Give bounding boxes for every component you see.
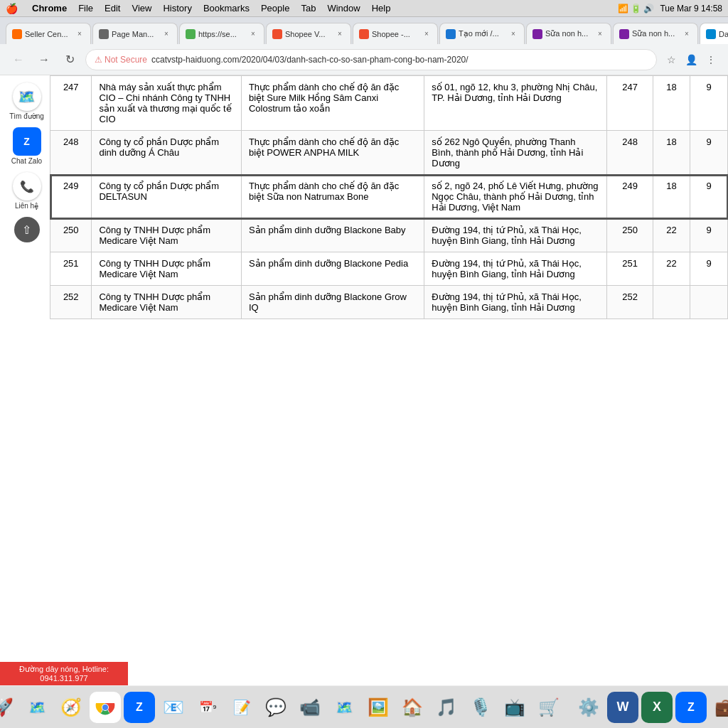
tab-label-4: Shopee -... [372, 30, 419, 38]
menu-bookmarks[interactable]: Bookmarks [203, 3, 250, 14]
tab-4[interactable]: Shopee -... × [353, 23, 438, 44]
apple-menu[interactable]: 🍎 [6, 3, 18, 14]
menu-people[interactable]: People [261, 3, 289, 14]
forward-button[interactable]: → [34, 50, 54, 70]
cell-num3-0: 9 [690, 76, 728, 131]
dock-share[interactable]: 💼 [710, 692, 728, 723]
tab-close-4[interactable]: × [422, 29, 432, 39]
data-table: 247 Nhà máy sản xuất thực phẩm CIO – Chi… [50, 75, 728, 319]
dock-settings[interactable]: ⚙️ [573, 692, 604, 723]
cell-num1-3: 250 [607, 219, 653, 252]
tab-close-6[interactable]: × [595, 29, 605, 39]
cell-address-3: Đường 194, thị tứ Phủ, xã Thái Học, huyệ… [424, 219, 607, 252]
address-bar: ← → ↻ ⚠ Not Secure ccatvstp-haiduong.com… [0, 44, 728, 75]
dock-zalo[interactable]: Z [124, 692, 155, 723]
dock-facetime[interactable]: 📹 [294, 692, 326, 723]
maps-icon: 🗺️ [13, 82, 41, 111]
dock: 🖥️ 🚀 🗺️ 🧭 Z 📧 📅9 📝 💬 📹 🗺️ 🖼️ 🏠 🎵 🎙️ 📺 🛒 … [0, 685, 728, 728]
back-button[interactable]: ← [9, 50, 28, 70]
cell-num1-1: 248 [607, 131, 653, 175]
tab-close-1[interactable]: × [161, 29, 171, 39]
tab-favicon-3 [272, 29, 282, 39]
contact-widget[interactable]: 📞 Liên hệ [7, 172, 46, 210]
dock-home[interactable]: 🏠 [397, 692, 428, 723]
cell-product-2: Thực phẩm dành cho chế độ ăn đặc biệt Sữ… [241, 175, 424, 219]
menu-edit[interactable]: Edit [105, 3, 120, 14]
tab-6[interactable]: Sữa non h... × [526, 23, 611, 44]
dock-photos[interactable]: 🖼️ [363, 692, 394, 723]
tab-close-7[interactable]: × [682, 29, 692, 39]
cell-num2-1: 18 [653, 131, 690, 175]
cell-num3-3: 9 [690, 219, 728, 252]
cell-num1-4: 251 [607, 252, 653, 286]
cell-num2-0: 18 [653, 76, 690, 131]
tab-close-3[interactable]: × [335, 29, 345, 39]
tab-label-2: https://se... [198, 30, 245, 38]
tab-close-2[interactable]: × [248, 29, 258, 39]
dock-word[interactable]: W [607, 692, 638, 723]
menu-chrome[interactable]: Chrome [32, 3, 67, 14]
menu-help[interactable]: Help [372, 3, 391, 14]
tab-8[interactable]: Danh sách... × [700, 23, 728, 44]
dock-chrome[interactable] [90, 692, 121, 723]
tab-close-0[interactable]: × [75, 29, 85, 39]
dock-tv[interactable]: 📺 [499, 692, 530, 723]
cell-company-2: Công ty cổ phần Dược phẩm DELTASUN [92, 175, 241, 219]
left-sidebar: 🗺️ Tìm đường Z Chat Zalo 📞 Liên hệ ⇧ [0, 75, 53, 685]
scroll-top-button[interactable]: ⇧ [14, 217, 40, 242]
table-row: 250 Công ty TNHH Dược phẩm Medicare Việt… [50, 219, 728, 252]
dock-maps[interactable]: 🗺️ [21, 692, 53, 723]
dock-calendar[interactable]: 📅9 [192, 692, 223, 723]
tab-label-7: Sữa non h... [632, 29, 679, 38]
dock-notes[interactable]: 📝 [226, 692, 257, 723]
cell-address-4: Đường 194, thị tứ Phủ, xã Thái Học, huyệ… [424, 252, 607, 286]
tab-5[interactable]: Tạo mới /... × [439, 23, 525, 44]
url-bar[interactable]: ⚠ Not Secure ccatvstp-haiduong.com/2020/… [85, 49, 657, 70]
tab-0[interactable]: Seller Cen... × [6, 23, 91, 44]
extensions-icon[interactable]: ⋮ [702, 51, 719, 68]
tab-7[interactable]: Sữa non h... × [613, 23, 698, 44]
cell-address-2: số 2, ngõ 24, phố Lê Viết Hưng, phường N… [424, 175, 607, 219]
dock-zalo2[interactable]: Z [675, 692, 707, 723]
chrome-window: Seller Cen... × Page Man... × https://se… [0, 17, 728, 685]
clock: Tue Mar 9 14:58 [660, 4, 722, 14]
menu-bar: 🍎 Chrome File Edit View History Bookmark… [0, 0, 728, 17]
dock-launchpad[interactable]: 🚀 [0, 692, 18, 723]
menu-window[interactable]: Window [327, 3, 360, 14]
menu-tab[interactable]: Tab [301, 3, 316, 14]
dock-safari[interactable]: 🧭 [55, 692, 87, 723]
menu-history[interactable]: History [163, 3, 191, 14]
cell-num3-1: 9 [690, 131, 728, 175]
bookmark-icon[interactable]: ☆ [663, 51, 680, 68]
menu-file[interactable]: File [78, 3, 93, 14]
tab-close-5[interactable]: × [508, 29, 518, 39]
cell-num3-4: 9 [690, 252, 728, 286]
cell-num1-0: 247 [607, 76, 653, 131]
address-bar-right: ☆ 👤 ⋮ [663, 51, 719, 68]
phone-icon: 📞 [13, 172, 41, 200]
tab-favicon-7 [619, 29, 629, 39]
reload-button[interactable]: ↻ [60, 50, 80, 70]
cell-num1-2: 249 [607, 175, 653, 219]
dock-appstore[interactable]: 🛒 [533, 692, 564, 723]
warning-icon: ⚠ [95, 55, 102, 65]
dock-maps2[interactable]: 🗺️ [328, 692, 360, 723]
tab-2[interactable]: https://se... × [179, 23, 264, 44]
profile-icon[interactable]: 👤 [682, 51, 700, 68]
dock-podcasts[interactable]: 🎙️ [465, 692, 496, 723]
menu-view[interactable]: View [132, 3, 151, 14]
dock-music[interactable]: 🎵 [431, 692, 462, 723]
table-row: 252 Công ty TNHH Dược phẩm Medicare Việt… [50, 286, 728, 319]
table-container: 247 Nhà máy sản xuất thực phẩm CIO – Chi… [50, 75, 728, 685]
tab-1[interactable]: Page Man... × [92, 23, 178, 44]
cell-stt-4: 251 [50, 252, 92, 286]
tab-favicon-1 [99, 29, 109, 39]
dock-mail[interactable]: 📧 [158, 692, 189, 723]
menu-bar-right: 📶 🔋 🔊 Tue Mar 9 14:58 [618, 4, 722, 14]
dock-excel[interactable]: X [641, 692, 673, 723]
cell-num2-4: 22 [653, 252, 690, 286]
maps-widget[interactable]: 🗺️ Tìm đường [7, 82, 46, 120]
dock-messenger[interactable]: 💬 [260, 692, 291, 723]
zalo-widget[interactable]: Z Chat Zalo [7, 127, 46, 165]
tab-3[interactable]: Shopee V... × [266, 23, 351, 44]
